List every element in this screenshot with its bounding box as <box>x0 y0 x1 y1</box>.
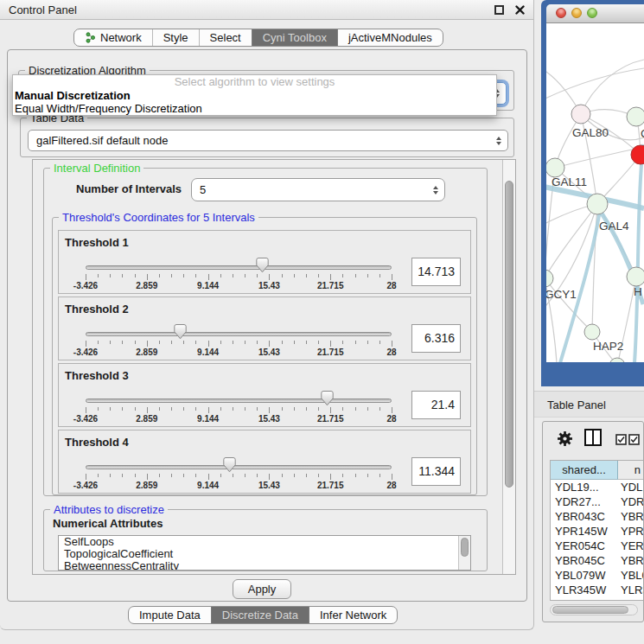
threshold-3-value-field[interactable]: 21.4 <box>411 391 461 419</box>
network-node[interactable] <box>587 194 608 214</box>
cell-shared-name[interactable]: YIL052C <box>551 597 618 601</box>
cell-name[interactable]: YBR0 <box>618 509 644 524</box>
cell-shared-name[interactable]: YBL079W <box>551 568 618 583</box>
close-icon[interactable] <box>515 5 525 15</box>
column-header-shared-name[interactable]: shared... <box>551 461 618 480</box>
select-columns-icon[interactable] <box>615 433 627 444</box>
table-scrollbar-thumb[interactable] <box>552 606 628 614</box>
tab-network[interactable]: Network <box>74 29 152 46</box>
network-node[interactable] <box>571 105 590 124</box>
slider-tick <box>257 474 258 477</box>
threshold-2-slider-handle[interactable] <box>174 323 187 340</box>
cell-name[interactable]: YIL0 <box>618 597 644 601</box>
cyni-toolbox-panel: Discretization Algorithm Select algorith… <box>7 49 527 602</box>
tab-discretize-data[interactable]: Discretize Data <box>211 607 309 623</box>
threshold-4-value-field[interactable]: 11.344 <box>411 457 461 486</box>
cell-shared-name[interactable]: YBR045C <box>551 553 618 568</box>
threshold-4-slider-track[interactable] <box>86 465 392 469</box>
cell-shared-name[interactable]: YBR043C <box>551 509 618 524</box>
zoom-traffic-light-icon[interactable] <box>587 8 597 18</box>
tab-select[interactable]: Select <box>199 29 252 46</box>
slider-tick <box>330 274 331 280</box>
cell-shared-name[interactable]: YER054C <box>551 539 618 553</box>
attribute-list-item[interactable]: TopologicalCoefficient <box>59 548 470 560</box>
threshold-4-panel: Threshold 4 11.344 -3.4262.8599.14415.43… <box>58 430 471 494</box>
slider-tick <box>245 474 245 477</box>
threshold-1-value-field[interactable]: 14.713 <box>411 258 461 286</box>
numerical-attributes-list[interactable]: SelfLoopsTopologicalCoefficientBetweenne… <box>58 535 471 571</box>
cell-name[interactable]: YLR3 <box>618 583 644 597</box>
slider-tick-label: 2.859 <box>136 481 157 490</box>
cell-name[interactable]: YDL1 <box>618 480 644 494</box>
column-header-name[interactable]: n <box>618 461 644 480</box>
network-canvas[interactable]: GAL80GACGAL11GAL4GCY1HHAP2 <box>546 23 644 362</box>
network-node[interactable] <box>627 107 644 126</box>
table-row[interactable]: YBL079WYBL0 <box>551 568 644 583</box>
threshold-4-label: Threshold 4 <box>65 436 129 449</box>
split-panel-icon[interactable] <box>584 429 602 446</box>
table-row[interactable]: YLR345WYLR3 <box>551 583 644 597</box>
threshold-1-slider-track[interactable] <box>86 265 392 270</box>
attribute-list-item[interactable]: SelfLoops <box>59 536 470 548</box>
slider-tick-label: 28 <box>386 281 396 290</box>
threshold-1-slider-handle[interactable] <box>256 257 269 273</box>
table-row[interactable]: YIL052CYIL0 <box>551 597 644 601</box>
slider-tick <box>330 341 331 347</box>
slider-tick <box>208 474 209 480</box>
cell-name[interactable]: YBR0 <box>618 553 644 568</box>
dropdown-option-equal-width-frequency[interactable]: Equal Width/Frequency Discretization <box>13 102 496 115</box>
attribute-list-item[interactable]: BetweennessCentrality <box>59 560 470 571</box>
cell-name[interactable]: YDR2 <box>618 494 644 509</box>
threshold-3-slider-handle[interactable] <box>321 390 334 406</box>
number-of-intervals-combobox[interactable]: 5 <box>191 178 445 201</box>
slider-tick <box>86 474 86 480</box>
network-node-label: H <box>634 285 642 298</box>
threshold-2-slider-track[interactable] <box>86 332 392 336</box>
table-row[interactable]: YBR043CYBR0 <box>551 509 644 524</box>
threshold-3-slider-track[interactable] <box>86 399 392 403</box>
settings-scrollbar-thumb[interactable] <box>505 181 513 488</box>
dropdown-option-manual-discretization[interactable]: Manual Discretization <box>13 89 496 102</box>
tab-jactivemnodules[interactable]: jActiveMNodules <box>337 29 443 46</box>
tab-style[interactable]: Style <box>152 29 199 46</box>
tab-impute-data-label: Impute Data <box>139 609 201 622</box>
select-all-columns-icon[interactable] <box>628 433 640 444</box>
table-data-combobox[interactable]: galFiltered.sif default node <box>28 130 508 151</box>
close-traffic-light-icon[interactable] <box>556 8 566 18</box>
cell-shared-name[interactable]: YDL19... <box>551 480 618 494</box>
settings-gear-icon[interactable] <box>557 430 573 447</box>
list-scrollbar-thumb[interactable] <box>461 538 469 557</box>
network-node[interactable] <box>584 324 600 340</box>
attributes-to-discretize-group: Attributes to discretize Numerical Attri… <box>43 509 488 571</box>
minimize-traffic-light-icon[interactable] <box>571 8 582 18</box>
cell-shared-name[interactable]: YPR145W <box>551 524 618 539</box>
list-scrollbar[interactable] <box>458 536 470 570</box>
network-node[interactable] <box>546 270 553 287</box>
table-horizontal-scrollbar[interactable] <box>550 604 638 615</box>
tab-impute-data[interactable]: Impute Data <box>129 607 211 623</box>
cell-name[interactable]: YPR1 <box>618 524 644 539</box>
tab-infer-network[interactable]: Infer Network <box>309 607 397 623</box>
table-row[interactable]: YER054CYER0 <box>551 539 644 553</box>
threshold-4-slider-handle[interactable] <box>223 456 236 473</box>
threshold-2-value-field[interactable]: 6.316 <box>411 324 461 353</box>
tab-cyni-toolbox[interactable]: Cyni Toolbox <box>252 29 337 46</box>
cell-name[interactable]: YBL0 <box>618 568 644 583</box>
slider-tick <box>367 274 368 277</box>
slider-tick-label: -3.426 <box>73 414 98 424</box>
cell-shared-name[interactable]: YDR27... <box>551 494 618 509</box>
cell-shared-name[interactable]: YLR345W <box>551 583 618 597</box>
slider-tick <box>159 341 160 344</box>
table-row[interactable]: YDR27...YDR2 <box>551 494 644 509</box>
network-node[interactable] <box>627 267 644 286</box>
table-row[interactable]: YDL19...YDL1 <box>551 480 644 494</box>
cell-name[interactable]: YER0 <box>618 539 644 553</box>
table-row[interactable]: YBR045CYBR0 <box>551 553 644 568</box>
float-window-icon[interactable] <box>494 5 504 15</box>
network-node[interactable] <box>546 158 564 177</box>
settings-vertical-scrollbar[interactable] <box>502 160 515 574</box>
table-row[interactable]: YPR145WYPR1 <box>551 524 644 539</box>
apply-button[interactable]: Apply <box>233 579 291 599</box>
node-attribute-table[interactable]: shared... n YDL19...YDL1YDR27...YDR2YBR0… <box>550 460 644 601</box>
network-window-titlebar <box>546 4 644 23</box>
